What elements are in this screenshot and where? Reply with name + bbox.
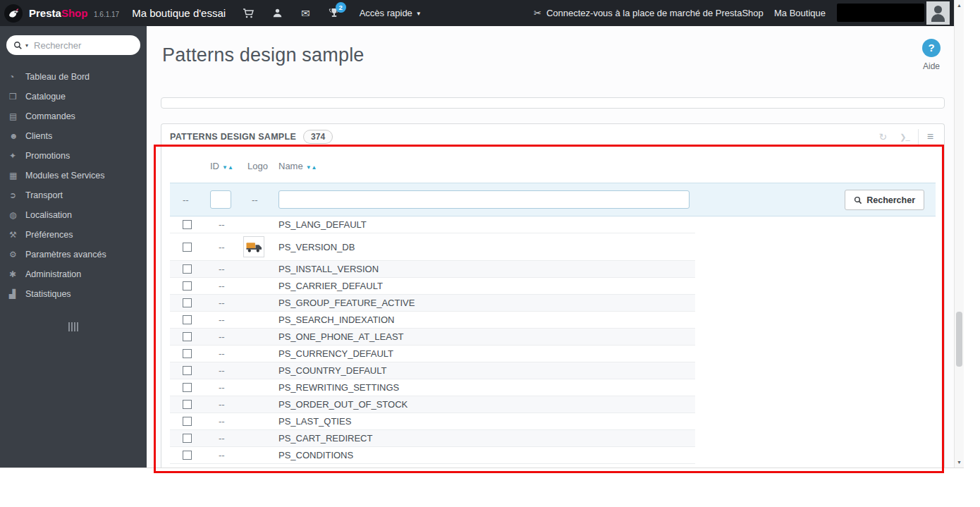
table-row[interactable]: -- PS_LAST_QTIES <box>170 413 695 430</box>
help-icon[interactable]: ? <box>922 39 941 57</box>
scrollbar-up-icon[interactable]: ▲ <box>955 0 964 11</box>
sort-asc-icon[interactable]: ▲ <box>228 164 233 171</box>
table-row[interactable]: -- PS_SEARCH_INDEXATION <box>170 312 695 329</box>
row-checkbox[interactable] <box>183 400 192 409</box>
table-row[interactable]: -- PS_INSTALL_VERSION <box>170 261 695 278</box>
row-name-value: PS_CURRENCY_DEFAULT <box>278 348 695 359</box>
sidebar-search-input[interactable] <box>34 40 133 51</box>
row-checkbox[interactable] <box>183 298 192 307</box>
column-header-logo: Logo <box>247 161 278 183</box>
sidebar-item-preferences[interactable]: ⚒ Préférences <box>0 225 147 245</box>
row-checkbox[interactable] <box>183 315 192 324</box>
row-checkbox[interactable] <box>183 349 192 358</box>
table-row[interactable]: -- PS_CARRIER_DEFAULT <box>170 278 695 295</box>
table-row[interactable]: -- PS_ONE_PHONE_AT_LEAST <box>170 329 695 346</box>
panel-title: PATTERNS DESIGN SAMPLE <box>170 132 296 142</box>
sidebar-item-statistiques[interactable]: ▟ Statistiques <box>0 284 147 304</box>
marketplace-link[interactable]: ✂ Connectez-vous à la place de marché de… <box>534 0 764 26</box>
database-icon[interactable]: ≡ <box>921 130 940 143</box>
brand-shop: Shop <box>61 7 88 19</box>
collapse-menu-icon[interactable] <box>0 322 147 331</box>
clients-icon: ☻ <box>9 131 25 141</box>
sidebar-item-promotions[interactable]: ✦ Promotions <box>0 146 147 166</box>
column-header-name: Name▼▲ <box>278 161 936 183</box>
row-checkbox[interactable] <box>183 332 192 341</box>
sidebar-item-catalogue[interactable]: ❒ Catalogue <box>0 87 147 106</box>
scrollbar-down-icon[interactable]: ▼ <box>955 457 964 468</box>
column-logo-label: Logo <box>247 161 268 171</box>
sidebar-item-commandes[interactable]: ▤ Commandes <box>0 106 147 126</box>
row-name-value: PS_COUNTRY_DEFAULT <box>278 365 695 376</box>
row-id-value: -- <box>210 433 247 444</box>
table-row[interactable]: -- PS_GROUP_FEATURE_ACTIVE <box>170 295 695 312</box>
avatar[interactable] <box>926 1 950 25</box>
table-row[interactable]: -- PS_VERSION_DB <box>170 233 695 261</box>
count-badge: 374 <box>303 130 333 144</box>
sort-desc-icon[interactable]: ▼ <box>222 164 228 171</box>
sidebar-item-parametres-avances[interactable]: ⚙ Paramètres avancés <box>0 245 147 264</box>
table-row[interactable]: -- PS_COUNTRY_DEFAULT <box>170 362 695 379</box>
bird-logo-icon <box>6 6 20 20</box>
row-name-value: PS_REWRITING_SETTINGS <box>278 382 695 393</box>
search-button[interactable]: Rechercher <box>845 190 924 210</box>
list-panel: PATTERNS DESIGN SAMPLE 374 ↻ ❯_ ≡ ID▼▲ L… <box>161 123 945 468</box>
magnifier-icon <box>854 196 862 204</box>
sidebar-item-localisation[interactable]: ◍ Localisation <box>0 205 147 225</box>
sort-desc-icon[interactable]: ▼ <box>306 164 312 171</box>
row-checkbox[interactable] <box>183 220 192 229</box>
version-label: 1.6.1.17 <box>94 11 119 18</box>
scrollbar-thumb[interactable] <box>956 312 962 367</box>
sidebar-item-clients[interactable]: ☻ Clients <box>0 126 147 146</box>
row-checkbox[interactable] <box>183 417 192 426</box>
promotions-icon: ✦ <box>9 151 25 161</box>
row-name-value: PS_ONE_PHONE_AT_LEAST <box>278 331 695 342</box>
table-row[interactable]: -- PS_REWRITING_SETTINGS <box>170 379 695 396</box>
table-row[interactable]: -- PS_CURRENCY_DEFAULT <box>170 346 695 362</box>
truck-logo-image <box>243 236 264 257</box>
row-checkbox[interactable] <box>183 264 192 274</box>
row-checkbox[interactable] <box>183 451 192 460</box>
refresh-icon[interactable]: ↻ <box>873 131 894 142</box>
search-scope-caret-icon[interactable]: ▾ <box>25 42 28 49</box>
user-icon[interactable] <box>272 8 283 18</box>
envelope-icon[interactable]: ✉ <box>301 7 310 20</box>
my-shop-link[interactable]: Ma Boutique <box>774 0 826 26</box>
sort-asc-icon[interactable]: ▲ <box>312 164 317 171</box>
row-name-value: PS_INSTALL_VERSION <box>278 264 695 274</box>
filter-checkbox-placeholder: -- <box>183 195 210 205</box>
parametres-avances-icon: ⚙ <box>9 250 25 259</box>
table-row[interactable]: -- PS_CART_REDIRECT <box>170 430 695 447</box>
prestashop-logo-icon[interactable] <box>4 4 23 23</box>
prestashop-admin-screen: PrestaShop 1.6.1.17 Ma boutique d'essai … <box>0 0 980 507</box>
sidebar-item-modules-et-services[interactable]: ▦ Modules et Services <box>0 166 147 185</box>
table-row[interactable]: -- PS_CONDITIONS <box>170 447 695 464</box>
vertical-scrollbar[interactable]: ▲ ▼ <box>954 0 964 468</box>
sidebar-item-tableau-de-bord[interactable]: ◔ Tableau de Bord <box>0 67 147 87</box>
row-id-value: -- <box>210 298 247 308</box>
row-checkbox[interactable] <box>183 281 192 291</box>
preferences-icon: ⚒ <box>9 230 25 240</box>
trophy-icon[interactable]: 2 <box>329 8 340 18</box>
row-checkbox[interactable] <box>183 366 192 375</box>
table-row[interactable]: -- PS_LANG_DEFAULT <box>170 216 695 233</box>
row-id-value: -- <box>210 399 247 410</box>
filter-id-input[interactable] <box>210 190 231 209</box>
brand: PrestaShop 1.6.1.17 <box>29 7 119 19</box>
help-label: Aide <box>914 61 949 71</box>
filter-logo-placeholder: -- <box>247 195 278 205</box>
row-id-value: -- <box>210 365 247 376</box>
row-checkbox[interactable] <box>183 434 192 443</box>
row-checkbox[interactable] <box>183 243 192 252</box>
catalogue-icon: ❒ <box>9 92 25 102</box>
row-id-value: -- <box>210 382 247 393</box>
cart-icon[interactable] <box>243 8 254 19</box>
console-icon[interactable]: ❯_ <box>893 133 915 142</box>
quick-access-label: Accès rapide <box>360 8 412 18</box>
row-id-value: -- <box>210 219 247 230</box>
table-row[interactable]: -- PS_ORDER_OUT_OF_STOCK <box>170 396 695 413</box>
quick-access-menu[interactable]: Accès rapide▼ <box>360 8 422 18</box>
filter-name-input[interactable] <box>278 190 690 209</box>
row-checkbox[interactable] <box>183 383 192 392</box>
sidebar-item-transport[interactable]: ➲ Transport <box>0 185 147 205</box>
sidebar-item-administration[interactable]: ✱ Administration <box>0 264 147 284</box>
